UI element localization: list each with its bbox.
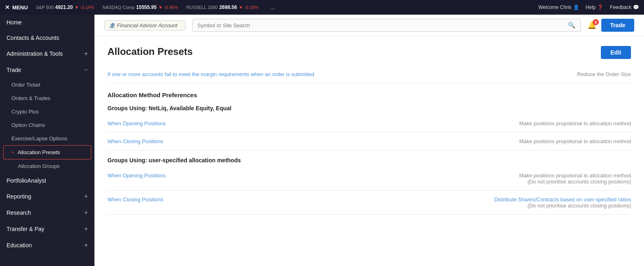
sidebar: Home Contacts & Accounts Administration … bbox=[0, 15, 94, 266]
notification-badge: 3 bbox=[593, 19, 599, 25]
ticker-nasdaq: NASDAQ Comp 15555.95 ▼ -0.46% bbox=[103, 4, 178, 10]
edit-button[interactable]: Edit bbox=[601, 46, 631, 59]
table-row: When Closing Positions Distribute Shares… bbox=[107, 191, 631, 215]
row-label: When Opening Positions bbox=[107, 172, 166, 179]
user-icon: 👤 bbox=[573, 4, 579, 10]
sidebar-item-admin[interactable]: Administration & Tools + bbox=[0, 46, 94, 62]
sidebar-item-transfer-pay[interactable]: Transfer & Pay + bbox=[0, 221, 94, 237]
sidebar-item-allocation-presets[interactable]: Allocation Presets bbox=[3, 145, 91, 159]
help-icon: ❓ bbox=[597, 4, 603, 10]
trade-button[interactable]: Trade bbox=[601, 19, 634, 32]
close-icon: ✕ bbox=[5, 4, 10, 11]
page-title-row: Allocation Presets Edit bbox=[107, 46, 631, 59]
row-value: Make positions propotional to allocation… bbox=[519, 172, 631, 185]
sidebar-item-trade[interactable]: Trade − bbox=[0, 62, 94, 78]
ticker-items: S&P 500 4921.20 ▼ -0.14% NASDAQ Comp 155… bbox=[36, 4, 538, 11]
feedback-button[interactable]: Feedback 💬 bbox=[610, 4, 639, 10]
row-value: Distribute Shares/Contracts based on use… bbox=[494, 196, 631, 209]
sidebar-item-option-chains[interactable]: Option Chains bbox=[0, 118, 94, 132]
feedback-icon: 💬 bbox=[633, 4, 639, 10]
sp500-value: 4921.20 bbox=[55, 4, 73, 10]
sidebar-item-home[interactable]: Home bbox=[0, 15, 94, 30]
header-actions: 🔔 3 Trade bbox=[587, 19, 634, 32]
content-area: 🏦 Financial Advisor Account 🔍 🔔 3 Trade … bbox=[94, 15, 644, 266]
sidebar-item-research[interactable]: Research + bbox=[0, 205, 94, 221]
brand-logo: 🏦 Financial Advisor Account bbox=[104, 20, 186, 31]
nasdaq-change: ▼ -0.46% bbox=[158, 5, 178, 10]
expand-icon: + bbox=[84, 209, 88, 216]
margin-info-row: If one or more accounts fail to meet the… bbox=[107, 65, 631, 83]
nasdaq-value: 15555.95 bbox=[136, 4, 157, 10]
russell-label: RUSSELL 1000 bbox=[186, 5, 217, 10]
nasdaq-label: NASDAQ Comp bbox=[103, 5, 135, 10]
menu-button[interactable]: ✕ MENU bbox=[5, 4, 28, 11]
menu-label: MENU bbox=[12, 4, 28, 11]
ticker-russell: RUSSELL 1000 2698.56 ▼ -0.18% bbox=[186, 4, 258, 10]
sidebar-item-portfolio-analyst[interactable]: PortfolioAnalyst bbox=[0, 173, 94, 188]
russell-value: 2698.56 bbox=[219, 4, 237, 10]
sidebar-item-contacts[interactable]: Contacts & Accounts bbox=[0, 30, 94, 46]
margin-info-left: If one or more accounts fail to meet the… bbox=[107, 71, 314, 77]
collapse-icon: − bbox=[84, 66, 88, 74]
table-row: When Closing Positions Make positions pr… bbox=[107, 133, 631, 150]
russell-change: ▼ -0.18% bbox=[239, 5, 258, 10]
row-label: When Closing Positions bbox=[107, 196, 163, 203]
row-value: Make positions propotional to allocation… bbox=[519, 138, 631, 144]
top-right-actions: Welcome Chris 👤 Help ❓ Feedback 💬 bbox=[538, 4, 639, 10]
sidebar-item-exercise-lapse[interactable]: Exercise/Lapse Options bbox=[0, 132, 94, 145]
sp500-label: S&P 500 bbox=[36, 5, 53, 10]
table-row: When Opening Positions Make positions pr… bbox=[107, 167, 631, 191]
sidebar-item-reporting[interactable]: Reporting + bbox=[0, 188, 94, 205]
row-value: Make positions propotional to allocation… bbox=[519, 120, 631, 126]
row-label: When Closing Positions bbox=[107, 138, 163, 144]
sp500-change: ▼ -0.14% bbox=[74, 5, 94, 10]
search-bar[interactable]: 🔍 bbox=[192, 19, 581, 32]
margin-info-right: Reduce the Order Size bbox=[577, 71, 631, 77]
content-header: 🏦 Financial Advisor Account 🔍 🔔 3 Trade bbox=[94, 15, 644, 36]
sidebar-item-order-ticket[interactable]: Order Ticket bbox=[0, 78, 94, 92]
table-row: When Opening Positions Make positions pr… bbox=[107, 115, 631, 133]
page-content: Allocation Presets Edit If one or more a… bbox=[94, 36, 644, 266]
sidebar-item-crypto-plus[interactable]: Crypto Plus bbox=[0, 105, 94, 118]
brand-icon: 🏦 bbox=[109, 22, 115, 28]
ticker-more[interactable]: ... bbox=[270, 4, 275, 11]
sub-section2-heading: Groups Using: user-specified allocation … bbox=[107, 157, 631, 164]
expand-icon: + bbox=[84, 193, 88, 200]
help-button[interactable]: Help ❓ bbox=[586, 4, 604, 10]
section1-heading: Allocation Method Preferences bbox=[107, 92, 631, 98]
welcome-text: Welcome Chris 👤 bbox=[538, 4, 579, 10]
main-layout: Home Contacts & Accounts Administration … bbox=[0, 15, 644, 266]
search-icon: 🔍 bbox=[568, 22, 576, 29]
sidebar-item-education[interactable]: Education + bbox=[0, 237, 94, 253]
row-label: When Opening Positions bbox=[107, 120, 166, 126]
notification-button[interactable]: 🔔 3 bbox=[587, 21, 596, 30]
page-title: Allocation Presets bbox=[107, 46, 193, 57]
sidebar-item-allocation-groups[interactable]: Allocation Groups bbox=[0, 159, 94, 173]
expand-icon: + bbox=[84, 242, 88, 249]
expand-icon: + bbox=[84, 225, 88, 233]
ticker-sp500: S&P 500 4921.20 ▼ -0.14% bbox=[36, 4, 94, 10]
sidebar-item-orders-trades[interactable]: Orders & Trades bbox=[0, 92, 94, 105]
expand-icon: + bbox=[84, 50, 88, 57]
search-input[interactable] bbox=[197, 22, 568, 28]
sub-section1-heading: Groups Using: NetLiq, Available Equity, … bbox=[107, 105, 631, 111]
ticker-bar: ✕ MENU S&P 500 4921.20 ▼ -0.14% NASDAQ C… bbox=[0, 0, 644, 15]
